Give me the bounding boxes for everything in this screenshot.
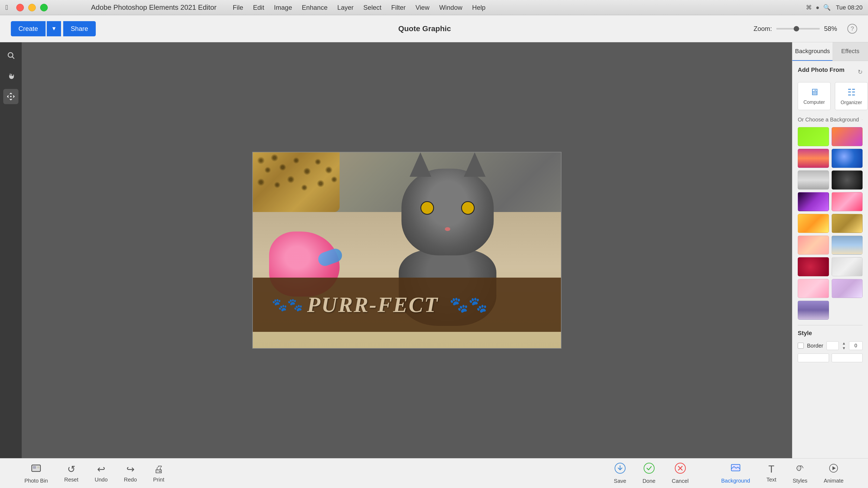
photo-background: 🐾🐾 PURR-FECT 🐾🐾 (253, 152, 561, 348)
reset-label: Reset (64, 477, 79, 483)
move-tool[interactable] (3, 89, 19, 104)
background-label: Background (721, 478, 750, 484)
bg-swatch-4[interactable] (832, 149, 863, 168)
bg-swatch-6[interactable] (832, 170, 863, 190)
bg-swatch-1[interactable] (798, 127, 829, 146)
menu-image[interactable]: Image (274, 4, 292, 11)
zoom-slider[interactable] (776, 28, 820, 30)
bg-swatch-7[interactable] (798, 192, 829, 211)
help-button[interactable]: ? (847, 24, 857, 34)
menu-window[interactable]: Window (439, 4, 462, 11)
refresh-icon[interactable]: ↻ (858, 69, 863, 76)
border-row: Border ▲ ▼ 0 (798, 341, 863, 350)
bg-swatch-17[interactable] (798, 301, 829, 320)
hand-tool[interactable] (3, 68, 19, 84)
undo-icon: ↩ (97, 464, 105, 475)
bg-swatch-9[interactable] (798, 214, 829, 233)
maximize-button[interactable] (40, 4, 48, 11)
create-dropdown-button[interactable]: ▼ (46, 21, 61, 36)
organizer-label: Organizer (841, 100, 862, 105)
border-down-arrow[interactable]: ▼ (842, 346, 846, 350)
panel-inner: Add Photo From ↻ 🖥 Computer ☷ Organizer (792, 61, 868, 368)
undo-tool[interactable]: ↩ Undo (87, 461, 116, 486)
menu-file[interactable]: File (233, 4, 243, 11)
text-label: Text (766, 477, 776, 483)
bg-swatch-11[interactable] (798, 236, 829, 255)
paw-prints-left-icon: 🐾🐾 (272, 297, 303, 312)
redo-icon: ↪ (126, 464, 134, 475)
photo-bin-tool[interactable]: Photo Bin (16, 460, 56, 487)
search-icon[interactable]: 🔍 (823, 4, 831, 11)
border-value[interactable]: 0 (849, 341, 863, 350)
menu-enhance[interactable]: Enhance (302, 4, 328, 11)
styles-tool[interactable]: Styles (784, 460, 815, 487)
cancel-icon (675, 462, 686, 476)
animate-icon (828, 463, 839, 476)
bg-swatch-12[interactable] (832, 236, 863, 255)
bg-swatch-2[interactable] (832, 127, 863, 146)
bg-swatch-14[interactable] (832, 257, 863, 276)
svg-point-0 (8, 53, 13, 58)
save-tool[interactable]: Save (606, 460, 634, 487)
border-label: Border (807, 343, 823, 349)
reset-icon: ↺ (67, 464, 75, 475)
border-up-arrow[interactable]: ▲ (842, 341, 846, 346)
organizer-button[interactable]: ☷ Organizer (835, 82, 868, 110)
bg-swatch-5[interactable] (798, 170, 829, 190)
zoom-label: Zoom: (753, 25, 772, 33)
menu-filter[interactable]: Filter (391, 4, 405, 11)
menu-select[interactable]: Select (364, 4, 382, 11)
border-checkbox[interactable] (798, 343, 804, 349)
search-tool[interactable] (3, 48, 19, 63)
done-tool[interactable]: Done (634, 460, 664, 487)
bg-swatch-3[interactable] (798, 149, 829, 168)
menu-help[interactable]: Help (472, 4, 486, 11)
zoom-control: Zoom: 58% ? (753, 24, 857, 34)
create-button[interactable]: Create (11, 21, 45, 36)
add-photo-section: Add Photo From ↻ 🖥 Computer ☷ Organizer (798, 66, 863, 110)
canvas[interactable]: 🐾🐾 PURR-FECT 🐾🐾 (252, 152, 561, 349)
tab-backgrounds[interactable]: Backgrounds (792, 42, 833, 61)
canvas-area: 🐾🐾 PURR-FECT 🐾🐾 (22, 42, 792, 458)
bg-swatch-8[interactable] (832, 192, 863, 211)
style-extra-input-2[interactable] (832, 354, 863, 362)
quote-banner[interactable]: 🐾🐾 PURR-FECT 🐾🐾 (253, 278, 561, 332)
minimize-button[interactable] (28, 4, 36, 11)
redo-tool[interactable]: ↪ Redo (116, 461, 145, 486)
animate-tool[interactable]: Animate (816, 460, 852, 487)
computer-icon: 🖥 (810, 87, 819, 97)
style-extra-row (798, 354, 863, 362)
bg-swatch-16[interactable] (832, 279, 863, 298)
border-color-input[interactable] (827, 341, 839, 350)
banner-content: 🐾🐾 PURR-FECT 🐾🐾 (269, 293, 490, 317)
menu-layer[interactable]: Layer (337, 4, 354, 11)
close-button[interactable] (16, 4, 24, 11)
svg-point-5 (37, 466, 39, 468)
style-extra-input-1[interactable] (798, 354, 829, 362)
panel-scroll-area[interactable]: Add Photo From ↻ 🖥 Computer ☷ Organizer (792, 61, 868, 458)
styles-label: Styles (793, 478, 807, 484)
bg-swatch-10[interactable] (832, 214, 863, 233)
create-share-area: Create ▼ Share (11, 21, 96, 36)
cancel-tool[interactable]: Cancel (663, 460, 696, 487)
add-photo-title: Add Photo From (798, 66, 844, 73)
print-tool[interactable]: 🖨 Print (145, 461, 173, 486)
bottom-toolbar: Photo Bin ↺ Reset ↩ Undo ↪ Redo 🖨 Print … (0, 458, 868, 488)
text-tool[interactable]: T Text (758, 461, 784, 486)
paw-prints-right-icon: 🐾🐾 (450, 296, 488, 314)
menu-edit[interactable]: Edit (253, 4, 264, 11)
title-bar-right: ⌘ ● 🔍 Tue 08:20 (806, 4, 863, 11)
share-button[interactable]: Share (63, 21, 96, 36)
zoom-thumb[interactable] (794, 26, 799, 31)
menu-view[interactable]: View (415, 4, 430, 11)
bg-swatch-13[interactable] (798, 257, 829, 276)
background-tool[interactable]: Background (713, 460, 758, 487)
computer-button[interactable]: 🖥 Computer (798, 82, 831, 110)
tab-effects[interactable]: Effects (833, 42, 868, 61)
svg-point-7 (644, 463, 654, 474)
bg-swatch-15[interactable] (798, 279, 829, 298)
reset-tool[interactable]: ↺ Reset (56, 461, 87, 486)
document-title: Quote Graphic (96, 24, 753, 33)
done-icon (643, 462, 655, 476)
apple-logo-icon:  (5, 3, 8, 12)
